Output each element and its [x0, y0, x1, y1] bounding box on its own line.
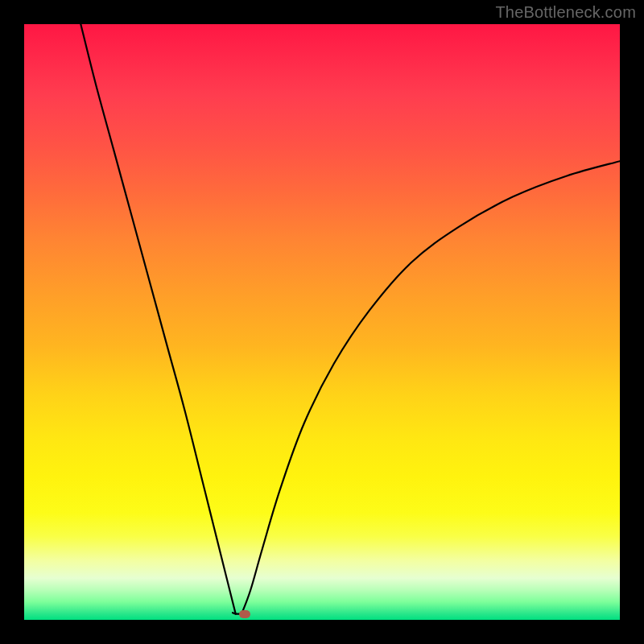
curve-svg	[24, 24, 620, 620]
plot-area	[24, 24, 620, 620]
curve-left-branch	[80, 24, 235, 614]
watermark-text: TheBottleneck.com	[495, 3, 636, 22]
curve-right-branch	[242, 161, 620, 613]
marker-dot	[239, 610, 250, 618]
chart-frame: TheBottleneck.com	[0, 0, 644, 644]
